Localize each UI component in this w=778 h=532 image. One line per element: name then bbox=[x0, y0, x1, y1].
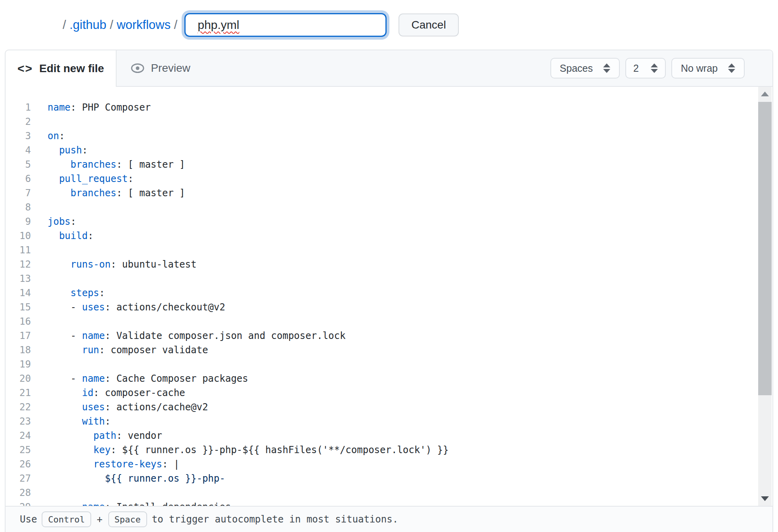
yaml-plain-token: : composer-cache bbox=[94, 387, 185, 398]
code-line[interactable] bbox=[48, 115, 772, 129]
tab-preview[interactable]: Preview bbox=[117, 50, 205, 86]
yaml-key-token: restore-keys bbox=[94, 459, 162, 470]
code-line[interactable]: jobs: bbox=[48, 214, 772, 229]
indent-size-select[interactable]: 2 bbox=[625, 58, 666, 78]
yaml-plain-token bbox=[48, 287, 71, 299]
yaml-key-token: branches bbox=[71, 188, 117, 199]
line-number: 27 bbox=[6, 471, 36, 486]
indent-mode-value: Spaces bbox=[560, 63, 593, 74]
yaml-key-token: run bbox=[82, 344, 99, 356]
line-numbers: 1234567891011121314151617181920212223242… bbox=[6, 100, 36, 506]
breadcrumb-separator: / bbox=[106, 18, 117, 32]
yaml-key-token: steps bbox=[71, 287, 99, 299]
code-line[interactable] bbox=[48, 314, 772, 329]
yaml-plain-token bbox=[48, 159, 71, 170]
yaml-key-token: branches bbox=[71, 159, 117, 170]
yaml-key-token: path bbox=[94, 430, 117, 441]
scrollbar-up-button[interactable] bbox=[758, 87, 772, 101]
yaml-plain-token: : bbox=[99, 287, 105, 299]
yaml-plain-token bbox=[48, 173, 59, 184]
yaml-plain-token: - bbox=[48, 501, 82, 506]
yaml-string-token: ${{ runner.os }}-php- bbox=[48, 473, 225, 484]
code-line[interactable]: restore-keys: | bbox=[48, 457, 772, 471]
yaml-plain-token: : composer validate bbox=[99, 344, 208, 356]
code-line[interactable]: runs-on: ubuntu-latest bbox=[48, 257, 772, 272]
hint-suffix: to trigger autocomplete in most situatio… bbox=[152, 514, 398, 525]
yaml-key-token: key bbox=[94, 444, 111, 455]
breadcrumb-link[interactable]: .github bbox=[69, 18, 106, 32]
line-number: 1 bbox=[6, 100, 36, 115]
code-line[interactable] bbox=[48, 200, 772, 214]
code-line[interactable]: push: bbox=[48, 143, 772, 157]
wrap-mode-value: No wrap bbox=[681, 63, 718, 74]
scrollbar-down-button[interactable] bbox=[758, 492, 772, 506]
yaml-plain-token: : actions/checkout@v2 bbox=[105, 302, 225, 313]
yaml-plain-token: : | bbox=[162, 459, 179, 470]
code-line[interactable] bbox=[48, 357, 772, 371]
code-line[interactable] bbox=[48, 243, 772, 257]
triangle-up-icon bbox=[761, 92, 769, 96]
code-line[interactable]: branches: [ master ] bbox=[48, 157, 772, 172]
code-line[interactable]: ${{ runner.os }}-php- bbox=[48, 471, 772, 486]
line-number: 18 bbox=[6, 343, 36, 357]
yaml-key-token: name bbox=[82, 373, 105, 384]
yaml-plain-token: : vendor bbox=[116, 430, 162, 441]
code-line[interactable]: key: ${{ runner.os }}-php-${{ hashFiles(… bbox=[48, 443, 772, 457]
code-lines: name: PHP Composeron: push: branches: [ … bbox=[36, 100, 772, 506]
tab-edit-new-file[interactable]: <> Edit new file bbox=[6, 50, 117, 87]
line-number: 13 bbox=[6, 272, 36, 286]
hint-prefix: Use bbox=[20, 514, 37, 525]
code-line[interactable]: uses: actions/cache@v2 bbox=[48, 400, 772, 414]
code-line[interactable] bbox=[48, 486, 772, 500]
code-icon: <> bbox=[17, 62, 33, 75]
scrollbar-thumb[interactable] bbox=[758, 102, 772, 395]
yaml-key-token: name bbox=[82, 330, 105, 341]
code-line[interactable]: - uses: actions/checkout@v2 bbox=[48, 300, 772, 314]
line-number: 23 bbox=[6, 414, 36, 429]
code-line[interactable]: - name: Validate composer.json and compo… bbox=[48, 329, 772, 343]
yaml-plain-token bbox=[48, 145, 59, 156]
line-number: 17 bbox=[6, 329, 36, 343]
code-editor[interactable]: 1234567891011121314151617181920212223242… bbox=[6, 87, 772, 506]
code-line[interactable]: run: composer validate bbox=[48, 343, 772, 357]
line-number: 16 bbox=[6, 314, 36, 329]
yaml-key-token: with bbox=[82, 416, 105, 427]
breadcrumb-link[interactable]: workflows bbox=[117, 18, 171, 32]
code-line[interactable]: - name: Install dependencies bbox=[48, 500, 772, 506]
code-line[interactable]: path: vendor bbox=[48, 429, 772, 443]
autocomplete-hint-bar: Use Control + Space to trigger autocompl… bbox=[6, 506, 772, 532]
code-line[interactable] bbox=[48, 272, 772, 286]
code-line[interactable]: - name: Cache Composer packages bbox=[48, 371, 772, 386]
yaml-key-token: runs-on bbox=[71, 259, 111, 270]
code-line[interactable]: build: bbox=[48, 229, 772, 243]
code-line[interactable]: on: bbox=[48, 129, 772, 143]
code-line[interactable]: with: bbox=[48, 414, 772, 429]
line-number: 9 bbox=[6, 214, 36, 229]
code-line[interactable]: id: composer-cache bbox=[48, 386, 772, 400]
yaml-plain-token: : Cache Composer packages bbox=[105, 373, 248, 384]
code-line[interactable]: branches: [ master ] bbox=[48, 186, 772, 200]
code-line[interactable]: pull_request: bbox=[48, 172, 772, 186]
line-number: 24 bbox=[6, 429, 36, 443]
code-line[interactable]: name: PHP Composer bbox=[48, 100, 772, 115]
yaml-key-token: build bbox=[59, 230, 88, 241]
line-number: 22 bbox=[6, 400, 36, 414]
yaml-key-token: uses bbox=[82, 302, 105, 313]
code-line[interactable]: steps: bbox=[48, 286, 772, 300]
filename-input[interactable]: php.yml bbox=[184, 13, 387, 37]
wrap-mode-select[interactable]: No wrap bbox=[671, 58, 745, 78]
cancel-button[interactable]: Cancel bbox=[399, 13, 458, 36]
line-number: 25 bbox=[6, 443, 36, 457]
yaml-plain-token bbox=[48, 430, 94, 441]
scrollbar[interactable] bbox=[758, 87, 772, 506]
kbd-space: Space bbox=[108, 511, 147, 527]
line-number: 11 bbox=[6, 243, 36, 257]
indent-mode-select[interactable]: Spaces bbox=[550, 58, 620, 78]
line-number: 26 bbox=[6, 457, 36, 471]
select-caret-icon bbox=[728, 63, 735, 73]
line-number: 14 bbox=[6, 286, 36, 300]
yaml-plain-token: : bbox=[105, 416, 111, 427]
yaml-key-token: jobs bbox=[48, 216, 71, 227]
line-number: 3 bbox=[6, 129, 36, 143]
file-editor-container: <> Edit new file Preview Spaces 2 bbox=[5, 50, 773, 532]
